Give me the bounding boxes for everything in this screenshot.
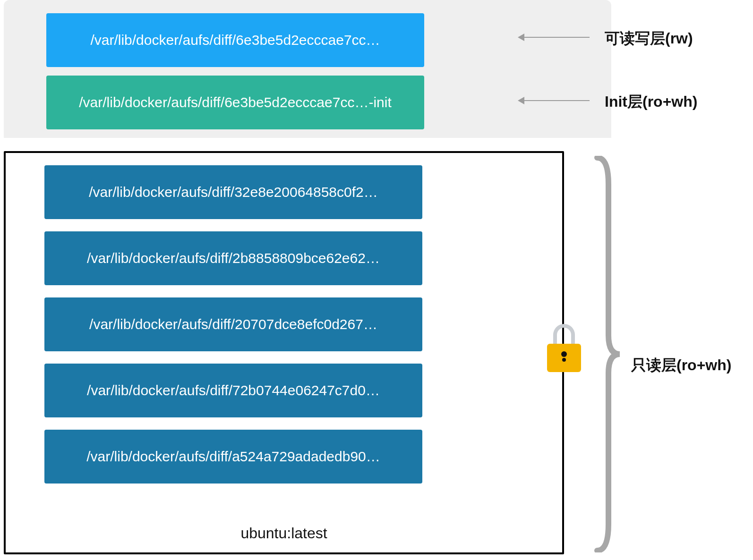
rw-layer-label: 可读写层(rw) [605, 28, 693, 49]
ro-layer-bar: /var/lib/docker/aufs/diff/20707dce8efc0d… [44, 297, 422, 351]
ro-layer-bar: /var/lib/docker/aufs/diff/72b0744e06247c… [44, 364, 422, 417]
arrow-rw [523, 37, 590, 38]
ro-layer-path: /var/lib/docker/aufs/diff/72b0744e06247c… [87, 382, 380, 399]
rw-layer-bar: /var/lib/docker/aufs/diff/6e3be5d2ecccae… [46, 13, 424, 67]
init-layer-path: /var/lib/docker/aufs/diff/6e3be5d2ecccae… [79, 94, 391, 110]
arrow-init [523, 100, 590, 101]
ro-layer-path: /var/lib/docker/aufs/diff/32e8e20064858c… [89, 184, 378, 200]
ro-layer-label: 只读层(ro+wh) [631, 355, 731, 376]
brace-icon [593, 156, 622, 552]
ro-layer-path: /var/lib/docker/aufs/diff/a524a729adaded… [86, 449, 380, 465]
ro-layer-bar: /var/lib/docker/aufs/diff/a524a729adaded… [44, 430, 422, 484]
readonly-layers-box: /var/lib/docker/aufs/diff/32e8e20064858c… [4, 151, 564, 554]
image-tag-label: ubuntu:latest [240, 525, 327, 542]
ro-layer-path: /var/lib/docker/aufs/diff/20707dce8efc0d… [89, 316, 377, 332]
upper-layers-group: /var/lib/docker/aufs/diff/6e3be5d2ecccae… [4, 0, 611, 138]
rw-layer-path: /var/lib/docker/aufs/diff/6e3be5d2ecccae… [90, 32, 380, 48]
ro-layer-path: /var/lib/docker/aufs/diff/2b8858809bce62… [87, 250, 380, 266]
ro-layer-bar: /var/lib/docker/aufs/diff/2b8858809bce62… [44, 231, 422, 285]
init-layer-label: Init层(ro+wh) [605, 92, 697, 112]
ro-layer-bar: /var/lib/docker/aufs/diff/32e8e20064858c… [44, 165, 422, 219]
init-layer-bar: /var/lib/docker/aufs/diff/6e3be5d2ecccae… [46, 76, 424, 129]
lock-icon [547, 324, 581, 372]
